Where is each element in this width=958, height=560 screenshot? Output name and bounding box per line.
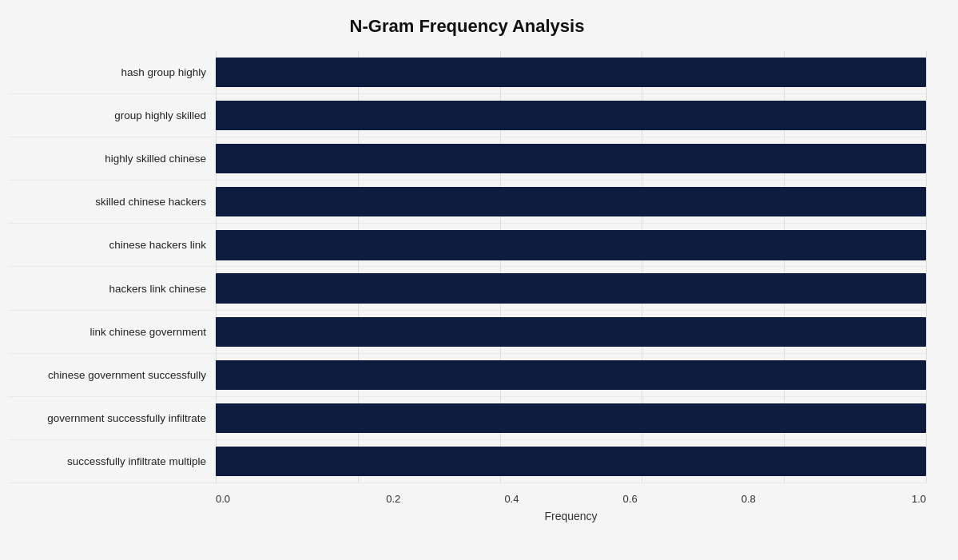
bar-row: chinese government successfully — [8, 354, 926, 397]
x-tick: 1.0 — [808, 493, 926, 505]
bar-label: highly skilled chinese — [8, 153, 216, 165]
x-tick: 0.8 — [690, 493, 808, 505]
chart-container: N-Gram Frequency Analysis hash group hig… — [0, 0, 958, 560]
x-tick: 0.2 — [334, 493, 452, 505]
bar-label: group highly skilled — [8, 109, 216, 121]
bar-label: successfully infiltrate multiple — [8, 455, 216, 467]
bar-fill — [216, 317, 926, 347]
x-tick: 0.6 — [571, 493, 690, 505]
bar-track — [216, 317, 926, 347]
bar-fill — [216, 403, 926, 433]
bar-track — [216, 230, 926, 260]
bar-track — [216, 58, 926, 87]
bar-label: hackers link chinese — [8, 283, 216, 295]
bar-row: link chinese government — [8, 311, 926, 354]
bar-fill — [216, 447, 926, 476]
bar-fill — [216, 58, 926, 87]
bar-row: successfully infiltrate multiple — [8, 440, 926, 483]
bar-label: chinese government successfully — [8, 369, 216, 381]
x-axis: 0.00.20.40.60.81.0 — [216, 490, 926, 505]
bar-row: group highly skilled — [8, 94, 926, 137]
bar-fill — [216, 101, 926, 130]
bar-track — [216, 101, 926, 130]
bar-fill — [216, 360, 926, 390]
bar-row: chinese hackers link — [8, 224, 926, 267]
bar-row: skilled chinese hackers — [8, 181, 926, 224]
bar-row: government successfully infiltrate — [8, 397, 926, 440]
bar-track — [216, 187, 926, 216]
bar-track — [216, 447, 926, 476]
bar-fill — [216, 187, 926, 216]
bar-track — [216, 360, 926, 390]
grid-line — [926, 51, 927, 483]
bar-row: highly skilled chinese — [8, 137, 926, 181]
bar-fill — [216, 144, 926, 173]
chart-area: hash group highlygroup highly skilledhig… — [8, 51, 926, 483]
bar-label: hash group highly — [8, 66, 216, 78]
bar-fill — [216, 230, 926, 260]
bar-label: chinese hackers link — [8, 239, 216, 251]
bar-label: government successfully infiltrate — [8, 412, 216, 424]
bar-label: skilled chinese hackers — [8, 196, 216, 208]
bar-track — [216, 273, 926, 303]
x-tick: 0.0 — [216, 493, 334, 505]
bar-fill — [216, 273, 926, 303]
bar-track — [216, 144, 926, 173]
bar-track — [216, 403, 926, 433]
bar-label: link chinese government — [8, 326, 216, 338]
chart-title: N-Gram Frequency Analysis — [8, 16, 926, 37]
bar-row: hash group highly — [8, 51, 926, 94]
x-tick: 0.4 — [452, 493, 570, 505]
x-axis-label: Frequency — [216, 510, 926, 522]
bar-row: hackers link chinese — [8, 267, 926, 310]
